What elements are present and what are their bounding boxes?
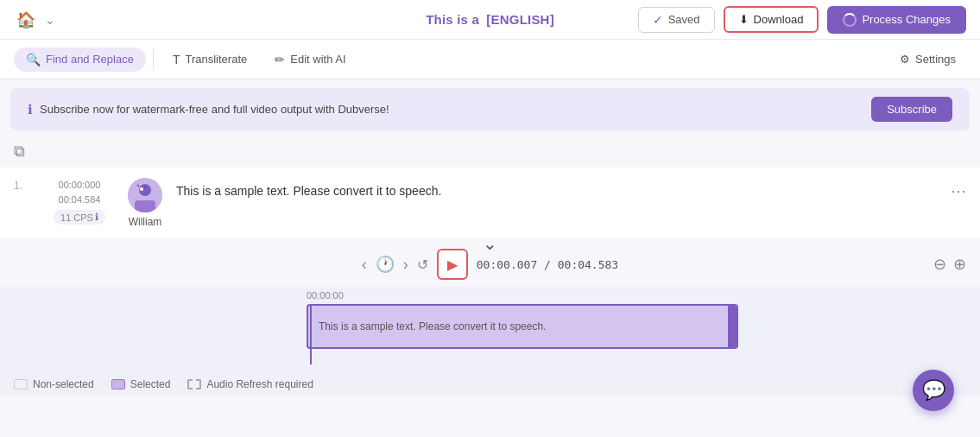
transcript-area: 1. 00:00:000 00:04.584 11 CPS ℹ bbox=[0, 168, 980, 238]
transcript-row: 1. 00:00:000 00:04.584 11 CPS ℹ bbox=[14, 178, 966, 228]
legend-audio-refresh: Audio Refresh required bbox=[187, 378, 313, 390]
svg-point-4 bbox=[144, 187, 146, 188]
speaker-name: William bbox=[129, 216, 162, 228]
header: 🏠 ⌄ This is a [ENGLISH] ✓ Saved ⬇ Downlo… bbox=[0, 0, 980, 40]
find-replace-button[interactable]: 🔍 Find and Replace bbox=[14, 48, 146, 72]
play-button[interactable]: ▶ bbox=[437, 249, 468, 280]
chat-bubble-button[interactable]: 💬 bbox=[913, 370, 954, 411]
home-icon[interactable]: 🏠 bbox=[14, 8, 38, 32]
title-lang: [ENGLISH] bbox=[486, 12, 553, 27]
check-icon: ✓ bbox=[653, 13, 663, 27]
replay-button[interactable]: ↺ bbox=[417, 256, 428, 273]
copy-row: ⧉ bbox=[0, 139, 980, 164]
page-title: This is a [ENGLISH] bbox=[426, 12, 554, 27]
zoom-controls: ⊖ ⊕ bbox=[933, 255, 966, 274]
meta-col: 00:00:000 00:04.584 11 CPS ℹ bbox=[45, 178, 114, 225]
divider bbox=[153, 49, 154, 70]
info-icon: ℹ bbox=[28, 102, 33, 117]
player-bar: ⌄ ‹ 🕐 › ↺ ▶ 00:00.007 / 00:04.583 ⊖ ⊕ bbox=[0, 242, 980, 287]
header-actions: ✓ Saved ⬇ Download Process Changes bbox=[638, 6, 966, 34]
svg-rect-2 bbox=[135, 200, 155, 212]
time-end: 00:04.584 bbox=[59, 193, 101, 207]
find-replace-label: Find and Replace bbox=[46, 53, 134, 66]
banner-text: ℹ Subscribe now for watermark-free and f… bbox=[28, 102, 389, 117]
settings-label: Settings bbox=[915, 53, 956, 66]
zoom-out-button[interactable]: ⊖ bbox=[933, 255, 946, 274]
chevron-down-icon[interactable]: ⌄ bbox=[45, 13, 55, 27]
edit-with-label: Edit with AI bbox=[290, 53, 345, 66]
selected-label: Selected bbox=[130, 378, 171, 390]
speaker-avatar: William bbox=[128, 178, 162, 228]
subscription-banner: ℹ Subscribe now for watermark-free and f… bbox=[10, 88, 970, 130]
total-time: 00:04.583 bbox=[558, 258, 618, 271]
avatar-image bbox=[128, 178, 162, 212]
previous-button[interactable]: ‹ bbox=[362, 256, 367, 274]
cps-info-icon[interactable]: ℹ bbox=[95, 212, 98, 223]
gear-icon: ⚙ bbox=[900, 53, 910, 66]
copy-icon[interactable]: ⧉ bbox=[14, 142, 25, 160]
search-icon: 🔍 bbox=[26, 53, 41, 66]
transliterate-icon: T bbox=[173, 53, 180, 66]
segment-handle[interactable] bbox=[728, 306, 737, 347]
collapse-icon[interactable]: ⌄ bbox=[483, 233, 497, 254]
selected-swatch bbox=[111, 379, 125, 390]
subscribe-button[interactable]: Subscribe bbox=[871, 97, 952, 122]
timestamps: 00:00:000 00:04.584 bbox=[59, 178, 101, 206]
subscribe-label: Subscribe bbox=[887, 103, 937, 116]
timeline: 00:00:00 This is a sample text. Please c… bbox=[0, 287, 980, 373]
ai-icon: ✏ bbox=[275, 53, 285, 66]
transcript-text[interactable]: This is a sample text. Please convert it… bbox=[176, 178, 966, 200]
timeline-track: This is a sample text. Please convert it… bbox=[47, 304, 980, 364]
timeline-ruler: 00:00:00 bbox=[0, 287, 980, 304]
timeline-needle bbox=[310, 304, 312, 364]
download-button[interactable]: ⬇ Download bbox=[724, 6, 819, 33]
transliterate-label: Transliterate bbox=[185, 53, 247, 66]
audio-refresh-swatch bbox=[187, 379, 201, 390]
transliterate-button[interactable]: T Transliterate bbox=[161, 48, 259, 72]
header-left: 🏠 ⌄ bbox=[14, 8, 55, 32]
title-text: This is a bbox=[426, 12, 479, 27]
timeline-segment[interactable]: This is a sample text. Please convert it… bbox=[307, 304, 738, 349]
nonselected-swatch bbox=[14, 379, 28, 390]
cps-label: 11 CPS bbox=[60, 212, 93, 223]
toolbar-left: 🔍 Find and Replace T Transliterate ✏ Edi… bbox=[14, 48, 358, 72]
legend-selected: Selected bbox=[111, 378, 171, 390]
nonselected-label: Non-selected bbox=[33, 378, 94, 390]
current-time: 00:00.007 bbox=[477, 258, 537, 271]
timeline-legend: Non-selected Selected Audio Refresh requ… bbox=[0, 373, 980, 396]
saved-button[interactable]: ✓ Saved bbox=[638, 7, 715, 33]
saved-label: Saved bbox=[668, 13, 700, 26]
audio-refresh-label: Audio Refresh required bbox=[206, 378, 313, 390]
segment-text: This is a sample text. Please convert it… bbox=[319, 320, 546, 332]
time-display: 00:00.007 / 00:04.583 bbox=[477, 258, 618, 271]
history-button[interactable]: 🕐 bbox=[376, 255, 395, 274]
toolbar: 🔍 Find and Replace T Transliterate ✏ Edi… bbox=[0, 40, 980, 79]
cps-badge: 11 CPS ℹ bbox=[54, 210, 105, 225]
process-changes-button[interactable]: Process Changes bbox=[827, 6, 966, 34]
banner-message: Subscribe now for watermark-free and ful… bbox=[40, 103, 389, 116]
settings-button[interactable]: ⚙ Settings bbox=[889, 48, 966, 71]
process-label: Process Changes bbox=[862, 13, 951, 26]
more-options-button[interactable]: ⋯ bbox=[951, 181, 966, 200]
time-separator: / bbox=[544, 258, 558, 271]
edit-with-ai-button[interactable]: ✏ Edit with AI bbox=[262, 48, 357, 72]
next-button[interactable]: › bbox=[403, 256, 408, 274]
line-number: 1. bbox=[14, 178, 31, 192]
legend-nonselected: Non-selected bbox=[14, 378, 94, 390]
time-start: 00:00:000 bbox=[59, 178, 101, 193]
zoom-in-button[interactable]: ⊕ bbox=[953, 255, 966, 274]
download-label: Download bbox=[754, 13, 804, 26]
svg-point-3 bbox=[140, 187, 143, 191]
spinner-icon bbox=[843, 13, 857, 27]
ruler-label: 00:00:00 bbox=[307, 290, 344, 301]
download-icon: ⬇ bbox=[739, 13, 749, 26]
